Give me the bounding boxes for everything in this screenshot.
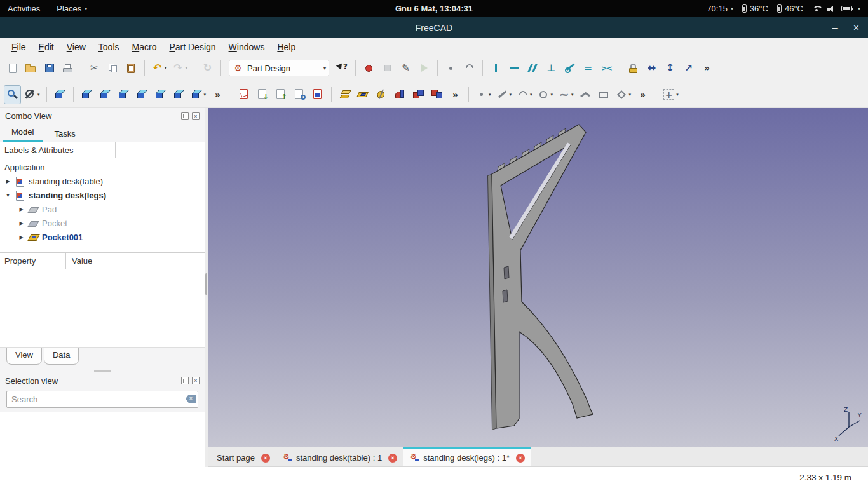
search-input[interactable] <box>6 391 198 408</box>
sketcher-toolbar-overflow-button[interactable] <box>634 85 651 104</box>
new-document-button[interactable] <box>4 58 21 78</box>
minimize-button[interactable]: – <box>832 23 838 33</box>
macro-play-button[interactable] <box>416 58 433 78</box>
macro-edit-button[interactable] <box>397 58 414 78</box>
value-column-header[interactable]: Value <box>66 256 205 266</box>
sketch-rectangle-tool-button[interactable] <box>595 85 613 104</box>
view-right-button[interactable] <box>115 85 132 104</box>
file-toolbar-overflow-button[interactable] <box>698 58 715 78</box>
copy-button[interactable] <box>104 58 121 78</box>
close-button[interactable]: × <box>853 23 859 33</box>
leave-sketch-button[interactable] <box>273 85 290 104</box>
sketch-polygon-tool-button[interactable]: ▾ <box>614 85 634 104</box>
create-sketch-button[interactable] <box>236 85 253 104</box>
open-document-button[interactable] <box>22 58 39 78</box>
collapse-icon[interactable]: ▼ <box>4 193 11 198</box>
groove-button[interactable] <box>391 85 409 104</box>
paste-button[interactable] <box>123 58 140 78</box>
constraint-symmetric-button[interactable] <box>598 58 615 78</box>
close-tab-icon[interactable]: × <box>261 454 270 463</box>
tab-view[interactable]: View <box>6 348 42 365</box>
save-document-button[interactable] <box>41 58 58 78</box>
float-panel-icon[interactable] <box>181 112 189 120</box>
workbench-selector[interactable]: Part Design▾ <box>229 60 329 76</box>
refresh-button[interactable] <box>199 58 216 78</box>
constraint-vertical-button[interactable] <box>487 58 505 78</box>
constraint-horizontal-button[interactable] <box>506 58 523 78</box>
constraint-parallel-button[interactable] <box>524 58 541 78</box>
menu-edit[interactable]: Edit <box>32 41 60 53</box>
sketch-circle-tool-button[interactable]: ▾ <box>536 85 555 104</box>
tree-item-pocket001[interactable]: ▶Pocket001 <box>0 230 205 244</box>
view-axonometric-button[interactable]: ▾ <box>189 85 208 104</box>
clock[interactable]: Gnu 6 Mat, 13:04:31 <box>395 4 473 13</box>
macro-stop-button[interactable] <box>379 58 396 78</box>
system-tray-menu[interactable]: ▾ <box>812 5 860 13</box>
activities-button[interactable]: Activities <box>8 4 40 13</box>
expand-icon[interactable]: ▶ <box>18 234 25 240</box>
3d-viewport[interactable]: Z Y X <box>208 108 868 447</box>
undo-button[interactable]: ▾ <box>149 58 169 78</box>
pad-button[interactable] <box>336 85 353 104</box>
print-button[interactable] <box>59 58 76 78</box>
fit-all-button[interactable] <box>4 85 21 104</box>
tree-item-pocket[interactable]: ▶Pocket <box>0 216 205 230</box>
view-isometric-button[interactable] <box>51 85 69 104</box>
sketch-bspline-tool-button[interactable]: ▾ <box>556 85 576 104</box>
menu-macro[interactable]: Macro <box>126 41 163 53</box>
tab-data[interactable]: Data <box>44 348 79 365</box>
whats-this-button[interactable] <box>334 58 351 78</box>
sketch-arc-tool-button[interactable]: ▾ <box>515 85 534 104</box>
tree-item-standing-desk-legs[interactable]: ▼standing desk(legs) <box>0 188 205 202</box>
validate-sketch-button[interactable] <box>291 85 308 104</box>
revolution-button[interactable] <box>373 85 390 104</box>
pocket-button[interactable] <box>355 85 372 104</box>
sketch-point-button[interactable] <box>442 58 459 78</box>
timer-indicator[interactable]: 70:15 ▾ <box>707 4 733 13</box>
document-tab-standing-desk-table-1[interactable]: standing desk(table) : 1× <box>276 447 403 466</box>
close-tab-icon[interactable]: × <box>388 454 397 463</box>
mirror-sketch-button[interactable] <box>309 85 327 104</box>
menu-tools[interactable]: Tools <box>92 41 126 53</box>
selection-filter-button[interactable]: ▾ <box>661 85 681 104</box>
constraint-distance-button[interactable] <box>680 58 697 78</box>
partdesign-toolbar-overflow-button[interactable] <box>447 85 464 104</box>
constraint-tangent-button[interactable] <box>561 58 578 78</box>
map-sketch-button[interactable] <box>254 85 271 104</box>
places-menu[interactable]: Places ▾ <box>57 4 87 13</box>
macro-record-button[interactable] <box>360 58 377 78</box>
view-top-button[interactable] <box>97 85 114 104</box>
constraint-lock-button[interactable] <box>625 58 642 78</box>
tree-root-application[interactable]: Application <box>0 160 205 174</box>
menu-view[interactable]: View <box>60 41 92 53</box>
view-bottom-button[interactable] <box>152 85 169 104</box>
sketch-point-tool-button[interactable]: ▾ <box>473 85 493 104</box>
constraint-perpendicular-button[interactable] <box>543 58 560 78</box>
subtractive-primitive-button[interactable] <box>428 85 445 104</box>
additive-primitive-button[interactable] <box>410 85 427 104</box>
view-toolbar-overflow-button[interactable] <box>209 85 226 104</box>
expand-icon[interactable]: ▶ <box>18 220 25 226</box>
panel-resize-handle[interactable] <box>0 365 205 373</box>
document-tab-standing-desk-legs-1[interactable]: standing desk(legs) : 1*× <box>403 447 531 466</box>
draw-style-button[interactable]: ▾ <box>22 85 42 104</box>
tab-model[interactable]: Model <box>3 125 43 142</box>
close-panel-icon[interactable]: × <box>192 112 200 120</box>
menu-windows[interactable]: Windows <box>222 41 271 53</box>
float-panel-icon[interactable] <box>181 377 189 384</box>
menu-part-design[interactable]: Part Design <box>163 41 222 53</box>
tab-tasks[interactable]: Tasks <box>45 127 84 142</box>
menu-help[interactable]: Help <box>271 41 302 53</box>
redo-button[interactable]: ▾ <box>170 58 190 78</box>
close-tab-icon[interactable]: × <box>516 454 525 463</box>
constraint-vertical-distance-button[interactable] <box>661 58 679 78</box>
sketch-polyline-tool-button[interactable] <box>577 85 594 104</box>
cut-button[interactable] <box>86 58 103 78</box>
view-rear-button[interactable] <box>133 85 151 104</box>
menu-file[interactable]: File <box>5 41 32 53</box>
expand-icon[interactable]: ▶ <box>4 179 11 184</box>
constraint-horizontal-distance-button[interactable] <box>643 58 660 78</box>
expand-icon[interactable]: ▶ <box>18 207 25 212</box>
close-panel-icon[interactable]: × <box>192 377 200 384</box>
tree-item-pad[interactable]: ▶Pad <box>0 202 205 216</box>
